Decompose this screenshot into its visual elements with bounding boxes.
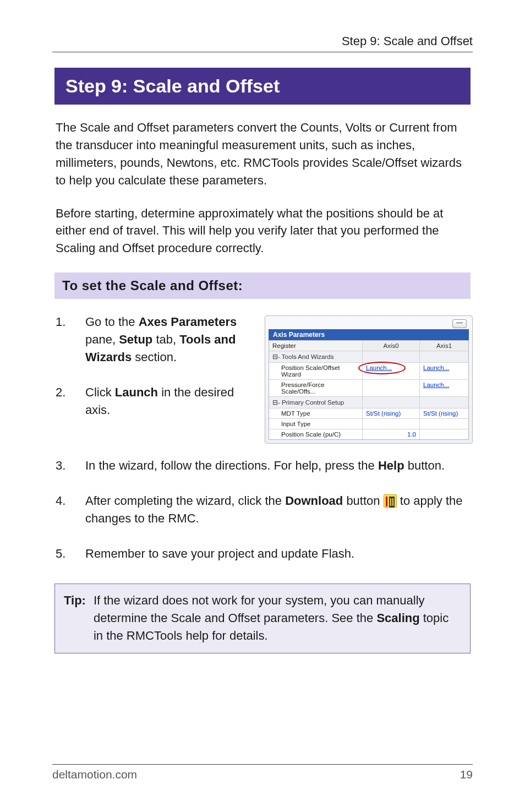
section-tools-and-wizards: ⊟- Tools And Wizards <box>269 351 468 362</box>
pane-title: Axis Parameters <box>269 329 469 340</box>
cell-value[interactable]: St/St (rising) <box>363 408 420 418</box>
row-label: Position Scale (pu/C) <box>269 429 363 439</box>
download-label: Download <box>285 494 343 508</box>
table-header-row: Register Axis0 Axis1 <box>269 340 468 351</box>
running-header: Step 9: Scale and Offset <box>52 34 473 52</box>
step-number: 1. <box>56 313 75 331</box>
step-4: 4. After completing the wizard, click th… <box>56 492 473 527</box>
step-number: 2. <box>56 384 75 401</box>
minimize-icon: — <box>452 319 467 328</box>
section-primary-control-setup: ⊟- Primary Control Setup <box>269 396 468 408</box>
axes-parameters-label: Axes Parameters <box>139 315 237 329</box>
tip-callout: Tip: If the wizard does not work for you… <box>54 584 471 654</box>
setup-label: Setup <box>119 333 152 346</box>
row-input-type: Input Type <box>269 418 468 429</box>
row-position-scale: Position Scale (pu/C) 1.0 <box>269 429 468 439</box>
row-label: Position Scale/Offset Wizard <box>269 363 363 379</box>
col-register: Register <box>269 341 363 351</box>
cell-value[interactable]: St/St (rising) <box>420 408 468 418</box>
step-text: Go to the <box>85 315 139 329</box>
launch-link-axis1[interactable]: Launch... <box>423 364 449 371</box>
tip-body: If the wizard does not work for your sys… <box>94 592 461 645</box>
highlight-circle <box>358 362 406 374</box>
intro-paragraph-1: The Scale and Offset parameters convert … <box>56 119 469 189</box>
axis-parameters-screenshot: — Axis Parameters Register Axis0 Axis1 ⊟… <box>265 315 473 444</box>
page-number: 19 <box>460 768 473 781</box>
cell-value[interactable]: 1.0 <box>363 429 420 439</box>
col-axis0: Axis0 <box>363 341 420 351</box>
section-heading: To set the Scale and Offset: <box>54 273 471 299</box>
launch-label: Launch <box>115 385 158 399</box>
col-axis1: Axis1 <box>420 341 468 351</box>
row-label: MDT Type <box>269 408 363 418</box>
row-label: Input Type <box>269 419 363 429</box>
scaling-label: Scaling <box>376 611 419 625</box>
step-1: 1. Go to the Axes Parameters pane, Setup… <box>56 313 254 366</box>
page-title: Step 9: Scale and Offset <box>54 68 471 105</box>
footer-domain: deltamotion.com <box>52 768 137 781</box>
row-position-scale-wizard: Position Scale/Offset Wizard Launch... L… <box>269 362 468 379</box>
step-number: 4. <box>56 492 75 510</box>
cell-value[interactable] <box>420 429 468 439</box>
download-icon <box>384 494 397 508</box>
tip-label: Tip: <box>64 592 86 645</box>
cell-value[interactable] <box>420 419 468 429</box>
intro-paragraph-2: Before starting, determine approximately… <box>56 205 469 258</box>
step-number: 5. <box>56 545 75 563</box>
cell-value[interactable] <box>363 419 420 429</box>
row-mdt-type: MDT Type St/St (rising) St/St (rising) <box>269 408 468 418</box>
row-label: Pressure/Force Scale/Offs... <box>269 380 363 396</box>
launch-link-axis1[interactable]: Launch... <box>423 382 449 388</box>
step-5: 5. Remember to save your project and upd… <box>56 545 473 563</box>
row-pressure-force-wizard: Pressure/Force Scale/Offs... Launch... <box>269 379 468 396</box>
tree-collapse-icon: ⊟- <box>272 399 280 406</box>
tree-collapse-icon: ⊟- <box>272 353 280 360</box>
step-2: 2. Click Launch in the desired axis. <box>56 384 254 419</box>
help-label: Help <box>378 459 404 472</box>
step-3: 3. In the wizard, follow the directions.… <box>56 457 473 475</box>
step-number: 3. <box>56 457 75 475</box>
